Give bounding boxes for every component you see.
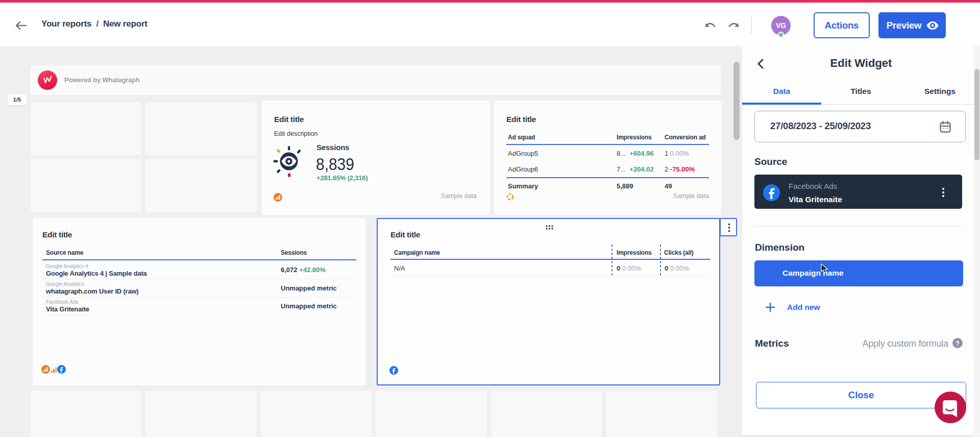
svg-text:?: ? (955, 339, 960, 347)
